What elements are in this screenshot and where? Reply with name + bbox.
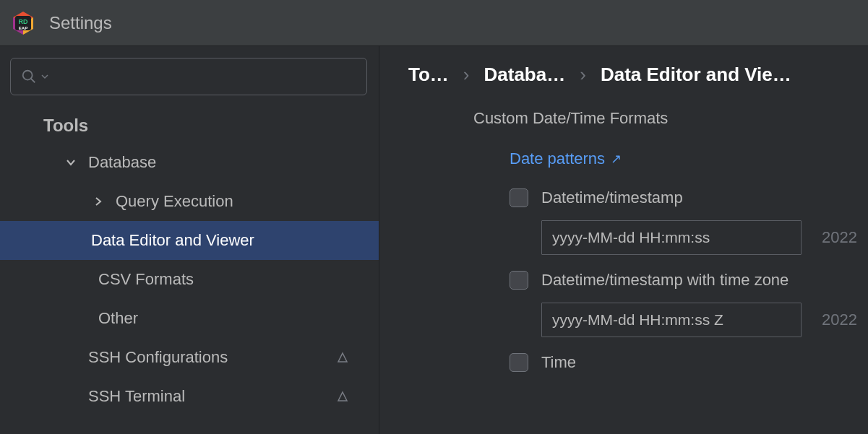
field-time: Time (408, 353, 868, 372)
tree-item-database[interactable]: Database (7, 143, 371, 182)
chevron-right-icon (91, 196, 106, 207)
datetime-tz-preview: 2022 (822, 311, 857, 329)
tree-item-ssh-configurations[interactable]: SSH Configurations (7, 338, 371, 377)
breadcrumb-item[interactable]: Databa… (484, 64, 566, 86)
tree-item-label: Data Editor and Viewer (91, 231, 254, 250)
svg-line-7 (31, 79, 35, 83)
svg-text:RD: RD (19, 18, 28, 25)
search-input-wrapper[interactable] (10, 58, 367, 95)
checkbox-label: Time (541, 353, 576, 372)
tree-item-label: Database (88, 153, 156, 172)
modified-icon (337, 391, 348, 402)
breadcrumb-item: Data Editor and Vie… (601, 64, 791, 86)
tree-item-label: Query Execution (116, 192, 233, 211)
breadcrumb-item[interactable]: To… (408, 64, 449, 86)
tree-item-csv-formats[interactable]: CSV Formats (7, 260, 371, 299)
checkbox-label: Datetime/timestamp with time zone (541, 271, 788, 290)
chevron-down-icon (41, 73, 48, 80)
chevron-down-icon (64, 157, 78, 168)
checkbox-label: Datetime/timestamp (541, 188, 683, 207)
svg-point-6 (23, 71, 33, 80)
field-datetime: Datetime/timestamp 2022 (408, 188, 868, 255)
settings-sidebar: Tools Database Query Execution Data Edit… (0, 46, 379, 434)
chevron-right-icon: › (580, 64, 586, 86)
date-patterns-link[interactable]: Date patterns (510, 149, 605, 168)
search-icon (21, 69, 37, 84)
time-checkbox[interactable] (510, 353, 528, 372)
svg-text:EAP: EAP (19, 26, 27, 30)
datetime-format-input[interactable] (541, 220, 802, 255)
tree-item-label: SSH Terminal (88, 387, 185, 406)
settings-content: To… › Databa… › Data Editor and Vie… Cus… (379, 46, 868, 434)
tree-item-label: CSV Formats (98, 270, 194, 289)
tree-heading-tools: Tools (7, 108, 371, 143)
field-datetime-tz: Datetime/timestamp with time zone 2022 (408, 271, 868, 337)
modified-icon (337, 352, 348, 363)
titlebar: RD EAP Settings (0, 0, 868, 46)
tree-item-other[interactable]: Other (7, 299, 371, 338)
datetime-tz-format-input[interactable] (541, 303, 802, 337)
chevron-right-icon: › (463, 64, 470, 86)
breadcrumb: To… › Databa… › Data Editor and Vie… (408, 64, 868, 86)
app-icon: RD EAP (12, 12, 35, 35)
settings-tree: Tools Database Query Execution Data Edit… (7, 108, 371, 416)
tree-item-ssh-terminal[interactable]: SSH Terminal (7, 377, 371, 416)
datetime-preview: 2022 (822, 228, 857, 247)
tree-item-label: SSH Configurations (88, 348, 228, 367)
external-link-icon: ↗ (611, 151, 622, 167)
tree-item-data-editor[interactable]: Data Editor and Viewer (0, 221, 379, 260)
tree-item-query-execution[interactable]: Query Execution (7, 182, 371, 221)
datetime-tz-checkbox[interactable] (510, 271, 528, 290)
section-title: Custom Date/Time Formats (408, 109, 868, 128)
search-input[interactable] (53, 58, 356, 95)
tree-item-label: Other (98, 309, 138, 328)
datetime-checkbox[interactable] (510, 188, 528, 207)
window-title: Settings (49, 13, 112, 33)
